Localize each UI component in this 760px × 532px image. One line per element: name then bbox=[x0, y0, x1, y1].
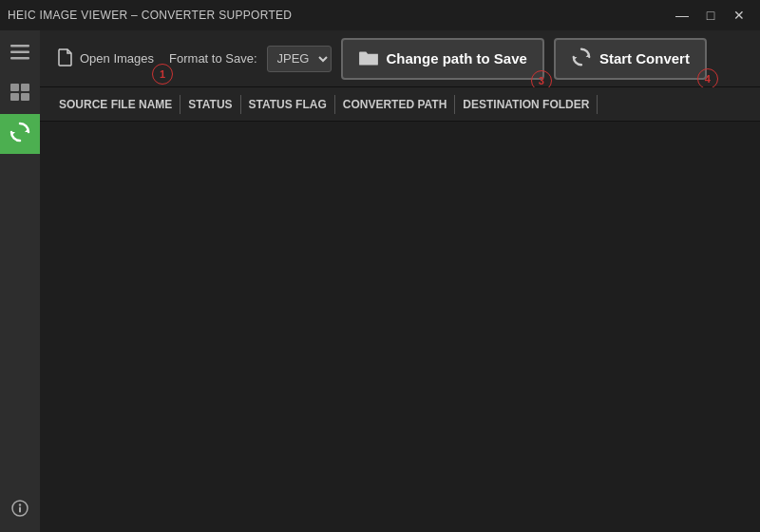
close-button[interactable]: ✕ bbox=[726, 5, 752, 26]
gallery-icon bbox=[10, 83, 30, 106]
content-area bbox=[40, 122, 760, 532]
change-path-label: Change path to Save bbox=[387, 50, 527, 66]
svg-rect-0 bbox=[10, 45, 29, 48]
toolbar: Open Images 1 Format to Save: JPEG PNG B… bbox=[40, 30, 760, 87]
minimize-button[interactable]: — bbox=[669, 5, 695, 26]
start-convert-button[interactable]: Start Convert 4 bbox=[554, 38, 707, 80]
format-label: Format to Save: bbox=[169, 51, 256, 66]
svg-rect-3 bbox=[10, 84, 19, 91]
table-columns: SOURCE FILE NAME STATUS STATUS FLAG CONV… bbox=[51, 95, 598, 114]
sidebar-item-convert[interactable] bbox=[0, 114, 40, 154]
annotation-1: 1 bbox=[152, 64, 173, 85]
folder-icon bbox=[358, 48, 379, 68]
window-controls: — □ ✕ bbox=[669, 5, 752, 26]
svg-rect-4 bbox=[21, 84, 29, 91]
col-status: STATUS bbox=[180, 95, 240, 114]
format-select[interactable]: JPEG PNG BMP GIF bbox=[267, 46, 332, 72]
app-body: Open Images 1 Format to Save: JPEG PNG B… bbox=[0, 30, 760, 532]
col-converted-path: CONVERTED PATH bbox=[335, 95, 456, 114]
file-icon bbox=[57, 48, 74, 69]
sidebar-item-gallery[interactable] bbox=[0, 74, 40, 114]
open-images-label: Open Images bbox=[80, 51, 154, 66]
sidebar bbox=[0, 30, 40, 532]
table-header: SOURCE FILE NAME STATUS STATUS FLAG CONV… bbox=[40, 87, 760, 122]
start-convert-label: Start Convert bbox=[599, 50, 690, 66]
app-title: HEIC IMAGE VIEWER – CONVERTER SUPPORTED bbox=[8, 9, 292, 22]
change-path-button[interactable]: Change path to Save 3 bbox=[341, 38, 544, 80]
open-images-button[interactable]: Open Images 1 bbox=[51, 44, 160, 73]
svg-rect-2 bbox=[10, 57, 29, 60]
svg-rect-1 bbox=[10, 50, 29, 53]
annotation-4: 4 bbox=[697, 68, 718, 89]
main-content: Open Images 1 Format to Save: JPEG PNG B… bbox=[40, 30, 760, 532]
title-bar: HEIC IMAGE VIEWER – CONVERTER SUPPORTED … bbox=[0, 0, 760, 30]
sidebar-item-menu[interactable] bbox=[0, 34, 40, 74]
menu-icon bbox=[10, 45, 29, 65]
svg-rect-5 bbox=[10, 93, 19, 101]
maximize-button[interactable]: □ bbox=[697, 5, 724, 26]
col-destination-folder: DESTINATION FOLDER bbox=[455, 95, 598, 114]
svg-point-11 bbox=[19, 504, 21, 505]
convert-icon bbox=[10, 122, 30, 147]
col-source-file-name: SOURCE FILE NAME bbox=[51, 95, 180, 114]
refresh-icon bbox=[571, 47, 592, 70]
info-icon bbox=[0, 488, 40, 528]
svg-rect-6 bbox=[21, 93, 29, 101]
col-status-flag: STATUS FLAG bbox=[241, 95, 335, 114]
svg-rect-10 bbox=[19, 507, 21, 513]
